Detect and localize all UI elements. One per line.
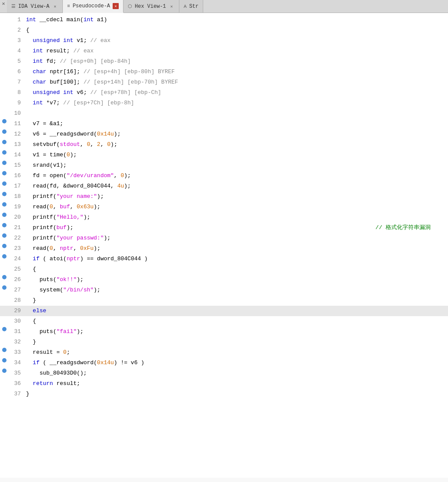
breakpoint-dot[interactable] bbox=[2, 233, 6, 238]
breakpoint-dot[interactable] bbox=[2, 119, 6, 123]
line-indicator bbox=[0, 192, 9, 196]
hex-view-icon: ⬡ bbox=[128, 3, 132, 9]
table-row: 18 printf("your name:"); bbox=[0, 191, 448, 202]
table-row: 13 setvbuf(stdout, 0, 2, 0); bbox=[0, 139, 448, 150]
line-content: int fd; // [esp+0h] [ebp-84h] bbox=[24, 57, 448, 66]
table-row: 31 puts("fail"); bbox=[0, 327, 448, 337]
line-number: 6 bbox=[9, 67, 24, 77]
table-row: 11 v7 = &a1; bbox=[0, 119, 448, 129]
breakpoint-dot[interactable] bbox=[2, 244, 6, 248]
line-number: 16 bbox=[9, 171, 24, 181]
line-content: unsigned int v6; // [esp+78h] [ebp-Ch] bbox=[24, 88, 448, 97]
table-row: 9 int *v7; // [esp+7Ch] [ebp-8h] bbox=[0, 98, 448, 108]
line-content: sub_80493D0(); bbox=[24, 369, 448, 378]
line-content: puts("ok!!"); bbox=[24, 275, 448, 285]
breakpoint-dot[interactable] bbox=[2, 327, 6, 331]
table-row: 37} bbox=[0, 389, 448, 399]
breakpoint-dot[interactable] bbox=[2, 202, 6, 207]
tab-ida-close[interactable]: ✕ bbox=[52, 3, 58, 10]
line-number: 33 bbox=[9, 348, 24, 357]
tab-str[interactable]: A Str bbox=[179, 0, 203, 13]
tab-bar: ✕ ☰ IDA View-A ✕ ≡ Pseudocode-A ✕ ⬡ Hex … bbox=[0, 0, 448, 13]
table-row: 35 sub_80493D0(); bbox=[0, 368, 448, 378]
line-content: { bbox=[24, 265, 448, 274]
line-content: v1 = time(0); bbox=[24, 150, 448, 160]
line-number: 14 bbox=[9, 150, 24, 160]
table-row: 36 return result; bbox=[0, 378, 448, 389]
tab-pseudocode[interactable]: ≡ Pseudocode-A ✕ bbox=[63, 0, 123, 13]
line-content: unsigned int v1; // eax bbox=[24, 36, 448, 45]
breakpoint-dot[interactable] bbox=[2, 171, 6, 175]
line-number: 4 bbox=[9, 46, 24, 56]
line-indicator bbox=[0, 233, 9, 238]
line-indicator bbox=[0, 171, 9, 175]
table-row: 15 srand(v1); bbox=[0, 160, 448, 171]
line-content: setvbuf(stdout, 0, 2, 0); bbox=[24, 140, 448, 149]
tab-hex-close[interactable]: ✕ bbox=[169, 3, 175, 10]
line-indicator bbox=[0, 181, 9, 186]
line-indicator bbox=[0, 348, 9, 352]
line-number: 8 bbox=[9, 88, 24, 97]
line-number: 28 bbox=[9, 296, 24, 305]
breakpoint-dot[interactable] bbox=[2, 223, 6, 227]
table-row: 5 int fd; // [esp+0h] [ebp-84h] bbox=[0, 56, 448, 67]
line-content: fd = open("/dev/urandom", 0); bbox=[24, 171, 448, 181]
line-indicator bbox=[0, 254, 9, 259]
table-row: 12 v6 = __readgsdword(0x14u); bbox=[0, 129, 448, 139]
line-content: int result; // eax bbox=[24, 46, 448, 56]
breakpoint-dot[interactable] bbox=[2, 150, 6, 155]
table-row: 6 char nptr[16]; // [esp+4h] [ebp-80h] B… bbox=[0, 67, 448, 77]
table-row: 34 if ( __readgsdword(0x14u) != v6 ) bbox=[0, 358, 448, 368]
breakpoint-dot[interactable] bbox=[2, 369, 6, 373]
breakpoint-dot[interactable] bbox=[2, 285, 6, 290]
line-content: int *v7; // [esp+7Ch] [ebp-8h] bbox=[24, 98, 448, 108]
line-number: 30 bbox=[9, 317, 24, 326]
line-content: v6 = __readgsdword(0x14u); bbox=[24, 129, 448, 139]
breakpoint-dot[interactable] bbox=[2, 181, 6, 186]
line-number: 37 bbox=[9, 389, 24, 399]
tab-pseudocode-close[interactable]: ✕ bbox=[113, 3, 119, 9]
line-content: puts("fail"); bbox=[24, 327, 448, 336]
line-number: 7 bbox=[9, 78, 24, 87]
breakpoint-dot[interactable] bbox=[2, 161, 6, 165]
line-content: system("/bin/sh"); bbox=[24, 285, 448, 295]
line-number: 1 bbox=[9, 15, 24, 25]
line-number: 11 bbox=[9, 119, 24, 129]
line-content: read(0, buf, 0x63u); bbox=[24, 202, 448, 212]
line-number: 35 bbox=[9, 369, 24, 378]
breakpoint-dot[interactable] bbox=[2, 254, 6, 259]
line-content: { bbox=[24, 317, 448, 326]
line-number: 29 bbox=[9, 306, 24, 316]
line-indicator bbox=[0, 369, 9, 373]
line-number: 27 bbox=[9, 285, 24, 295]
line-content: printf("your passwd:"); bbox=[24, 233, 448, 243]
line-content: char buf[100]; // [esp+14h] [ebp-70h] BY… bbox=[24, 78, 448, 87]
ida-view-icon: ☰ bbox=[11, 3, 16, 9]
breakpoint-dot[interactable] bbox=[2, 140, 6, 144]
table-row: 4 int result; // eax bbox=[0, 46, 448, 56]
table-row: 24 if ( atoi(nptr) == dword_804C044 ) bbox=[0, 254, 448, 264]
breakpoint-dot[interactable] bbox=[2, 275, 6, 279]
line-content: printf("your name:"); bbox=[24, 192, 448, 201]
line-number: 34 bbox=[9, 358, 24, 368]
line-content: } bbox=[24, 296, 448, 305]
close-all-button[interactable]: ✕ bbox=[0, 0, 7, 7]
line-number: 9 bbox=[9, 98, 24, 108]
table-row: 21 printf(buf);// 格式化字符串漏洞 bbox=[0, 223, 448, 233]
breakpoint-dot[interactable] bbox=[2, 129, 6, 134]
table-row: 8 unsigned int v6; // [esp+78h] [ebp-Ch] bbox=[0, 87, 448, 98]
breakpoint-dot[interactable] bbox=[2, 192, 6, 196]
table-row: 19 read(0, buf, 0x63u); bbox=[0, 202, 448, 212]
line-content: } bbox=[24, 389, 448, 399]
breakpoint-dot[interactable] bbox=[2, 348, 6, 352]
tab-ida-view[interactable]: ☰ IDA View-A ✕ bbox=[7, 0, 63, 13]
tab-hex-label: Hex View-1 bbox=[135, 3, 166, 10]
line-number: 21 bbox=[9, 223, 24, 233]
breakpoint-dot[interactable] bbox=[2, 358, 6, 362]
line-number: 13 bbox=[9, 140, 24, 149]
breakpoint-dot[interactable] bbox=[2, 213, 6, 217]
tab-pseudocode-label: Pseudocode-A bbox=[73, 3, 110, 9]
line-number: 5 bbox=[9, 57, 24, 66]
line-number: 25 bbox=[9, 265, 24, 274]
tab-hex-view[interactable]: ⬡ Hex View-1 ✕ bbox=[123, 0, 179, 13]
